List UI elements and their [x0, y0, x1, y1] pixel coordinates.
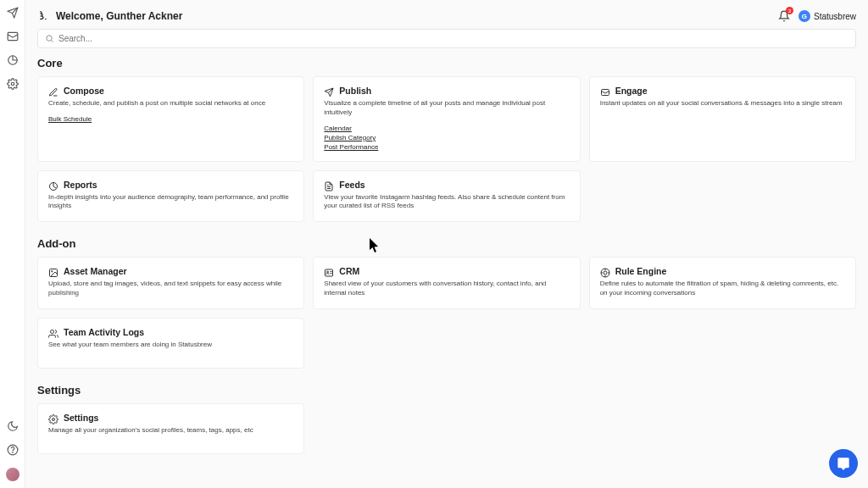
search-input[interactable] [58, 34, 849, 43]
card-feeds[interactable]: Feeds View your favorite Instagarm hasht… [313, 170, 580, 223]
searchbar[interactable] [37, 29, 856, 48]
notification-badge: 3 [786, 7, 793, 14]
card-title: Feeds [339, 180, 364, 190]
svg-point-13 [604, 271, 607, 274]
publish-icon [324, 86, 334, 96]
link-publish-category[interactable]: Publish Category [324, 134, 569, 141]
card-crm[interactable]: CRM Shared view of your customers with c… [313, 257, 580, 309]
card-title: Asset Manager [64, 266, 127, 276]
section-settings-title: Settings [37, 384, 856, 396]
card-desc: View your favorite Instagarm hashtag fee… [324, 193, 569, 212]
svg-point-11 [327, 271, 329, 273]
svg-point-3 [12, 452, 13, 453]
card-title: Engage [615, 86, 648, 96]
compose-icon [48, 86, 58, 96]
asset-icon [48, 266, 58, 276]
card-desc: Upload, store and tag images, videos, an… [48, 280, 293, 298]
org-avatar: G [798, 10, 810, 22]
card-title: Compose [64, 86, 104, 96]
link-bulk-schedule[interactable]: Bulk Schedule [48, 115, 293, 123]
card-asset-manager[interactable]: Asset Manager Upload, store and tag imag… [37, 257, 304, 309]
card-title: CRM [339, 266, 359, 276]
nav-engage-icon[interactable] [7, 30, 19, 42]
link-post-performance[interactable]: Post Performance [324, 143, 569, 151]
nav-theme-icon[interactable] [7, 420, 19, 432]
crm-icon [324, 266, 334, 276]
nav-avatar[interactable] [6, 468, 19, 481]
activity-icon [48, 327, 58, 337]
card-title: Rule Engine [615, 266, 667, 276]
card-desc: Visualize a complete timeline of all you… [324, 99, 569, 118]
nav-reports-icon[interactable] [7, 54, 19, 66]
org-name: Statusbrew [814, 12, 856, 21]
section-addon-title: Add-on [37, 237, 856, 250]
card-title: Reports [64, 180, 97, 190]
card-reports[interactable]: Reports In-depth insights into your audi… [37, 170, 304, 223]
intercom-button[interactable] [829, 449, 858, 478]
nav-publish-icon[interactable] [7, 7, 19, 19]
card-settings[interactable]: Settings Manage all your organization's … [37, 403, 304, 454]
feeds-icon [324, 180, 334, 190]
card-rule-engine[interactable]: Rule Engine Define rules to automate the… [589, 257, 856, 309]
gear-icon [48, 413, 58, 423]
svg-rect-0 [8, 32, 18, 40]
card-title: Settings [64, 413, 98, 423]
svg-rect-6 [601, 90, 609, 96]
svg-point-9 [52, 271, 53, 273]
main-content: Welcome, Gunther Ackner 3 G Statusbrew C… [25, 0, 868, 488]
page-title: Welcome, Gunther Ackner [56, 10, 182, 22]
logo-icon [37, 10, 49, 22]
svg-point-14 [51, 330, 54, 333]
card-title: Publish [339, 86, 371, 96]
nav-settings-icon[interactable] [7, 78, 19, 90]
sidebar [0, 0, 25, 488]
card-engage[interactable]: Engage Instant updates on all your socia… [589, 76, 856, 162]
search-icon [45, 34, 54, 43]
card-desc: Shared view of your customers with conve… [324, 280, 569, 298]
card-desc: Define rules to automate the filtration … [600, 280, 845, 298]
link-calendar[interactable]: Calendar [324, 125, 569, 132]
notification-bell[interactable]: 3 [778, 10, 790, 22]
svg-point-1 [11, 82, 14, 86]
card-desc: Manage all your organization's social pr… [48, 426, 293, 435]
topbar: Welcome, Gunther Ackner 3 G Statusbrew [36, 7, 858, 29]
card-team-activity[interactable]: Team Activity Logs See what your team me… [37, 318, 304, 369]
engage-icon [600, 86, 610, 96]
card-desc: Instant updates on all your social conve… [600, 99, 845, 108]
svg-point-4 [45, 19, 47, 20]
card-compose[interactable]: Compose Create, schedule, and publish a … [37, 76, 304, 162]
rule-icon [600, 266, 610, 276]
svg-point-15 [53, 418, 55, 420]
section-core-title: Core [37, 57, 856, 69]
reports-icon [48, 180, 58, 190]
card-desc: See what your team members are doing in … [48, 341, 293, 350]
nav-help-icon[interactable] [7, 444, 19, 456]
svg-point-5 [47, 36, 52, 41]
org-switcher[interactable]: G Statusbrew [798, 10, 856, 22]
card-desc: Create, schedule, and publish a post on … [48, 99, 293, 108]
card-publish[interactable]: Publish Visualize a complete timeline of… [313, 76, 580, 162]
card-title: Team Activity Logs [64, 327, 144, 337]
card-desc: In-depth insights into your audience dem… [48, 193, 293, 212]
